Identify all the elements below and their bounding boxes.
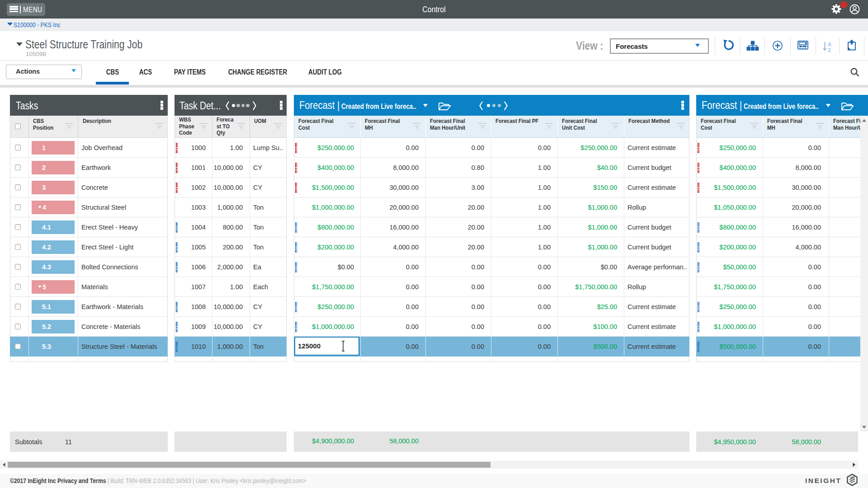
svg-text:A: A (828, 42, 831, 47)
svg-text:Z: Z (828, 47, 831, 52)
